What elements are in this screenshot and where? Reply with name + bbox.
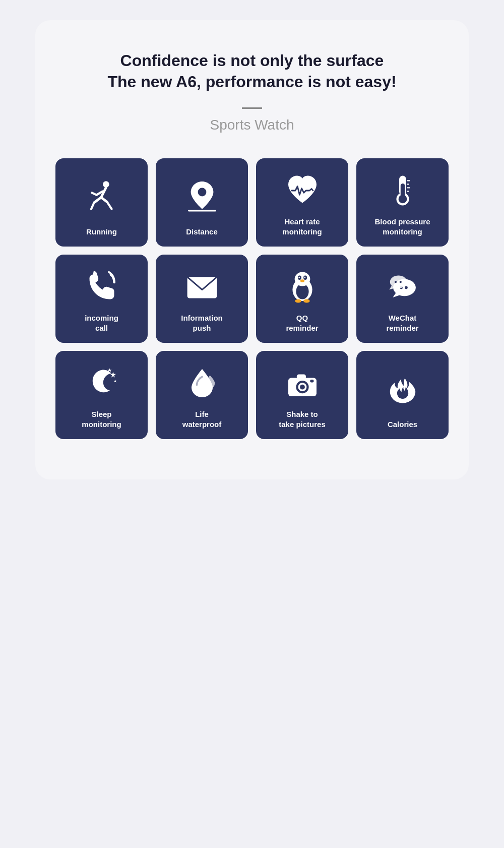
subtitle: Sports Watch xyxy=(210,117,294,133)
svg-line-2 xyxy=(94,197,101,203)
qq-label: QQreminder xyxy=(286,313,318,333)
info-push-label: Informationpush xyxy=(181,313,223,333)
svg-marker-35 xyxy=(110,372,115,378)
sleep-label: Sleepmonitoring xyxy=(82,409,121,429)
svg-line-3 xyxy=(91,203,94,209)
feature-card-incoming-call: incomingcall xyxy=(55,255,148,343)
svg-rect-9 xyxy=(188,210,216,212)
svg-marker-37 xyxy=(113,380,116,383)
feature-card-waterproof: Lifewaterproof xyxy=(156,351,248,439)
svg-rect-43 xyxy=(310,380,313,383)
blood-pressure-icon xyxy=(385,170,420,211)
waterproof-label: Lifewaterproof xyxy=(182,409,222,429)
feature-card-info-push: Informationpush xyxy=(156,255,248,343)
running-icon xyxy=(84,170,119,221)
feature-card-sleep: Sleepmonitoring xyxy=(55,351,148,439)
phone-icon xyxy=(84,267,119,307)
svg-point-31 xyxy=(405,286,408,289)
svg-line-5 xyxy=(107,202,111,209)
camera-icon xyxy=(285,363,320,403)
feature-card-shake-photo: Shake totake pictures xyxy=(256,351,348,439)
svg-line-4 xyxy=(101,197,107,202)
blood-pressure-label: Blood pressuremonitoring xyxy=(374,217,430,236)
svg-point-28 xyxy=(303,299,310,303)
divider xyxy=(242,107,262,109)
wechat-icon xyxy=(385,267,420,307)
heart-rate-icon xyxy=(285,170,320,211)
qq-icon xyxy=(285,267,320,307)
feature-card-wechat: WeChatreminder xyxy=(356,255,449,343)
svg-point-41 xyxy=(300,385,305,390)
headline: Confidence is not only the surface The n… xyxy=(107,50,396,92)
feature-card-distance: Distance xyxy=(156,158,248,247)
envelope-icon xyxy=(184,267,220,307)
calories-icon xyxy=(385,363,420,413)
waterproof-icon xyxy=(184,363,220,403)
svg-point-21 xyxy=(294,272,310,286)
calories-label: Calories xyxy=(388,419,417,430)
svg-point-8 xyxy=(198,188,206,197)
svg-point-24 xyxy=(298,277,300,278)
svg-point-25 xyxy=(304,277,305,278)
feature-card-calories: Calories xyxy=(356,351,449,439)
feature-card-qq: QQreminder xyxy=(256,255,348,343)
running-label: Running xyxy=(86,227,117,237)
shake-photo-label: Shake totake pictures xyxy=(279,409,326,429)
svg-point-33 xyxy=(394,281,396,283)
feature-grid: Running Distance xyxy=(55,158,449,439)
wechat-label: WeChatreminder xyxy=(386,313,418,333)
distance-icon xyxy=(184,170,220,221)
feature-card-blood-pressure: Blood pressuremonitoring xyxy=(356,158,449,247)
svg-rect-42 xyxy=(296,375,305,380)
svg-point-34 xyxy=(399,281,401,283)
svg-point-27 xyxy=(295,299,301,303)
svg-line-7 xyxy=(92,193,96,195)
incoming-call-label: incomingcall xyxy=(85,313,118,333)
svg-point-26 xyxy=(300,279,304,282)
distance-label: Distance xyxy=(186,227,218,237)
feature-card-heart-rate: Heart ratemonitoring xyxy=(256,158,348,247)
page-container: Confidence is not only the surface The n… xyxy=(35,20,469,479)
feature-card-running: Running xyxy=(55,158,148,247)
heart-rate-label: Heart ratemonitoring xyxy=(282,217,322,236)
sleep-icon xyxy=(84,363,119,403)
svg-point-32 xyxy=(390,276,407,288)
svg-point-13 xyxy=(398,195,407,204)
